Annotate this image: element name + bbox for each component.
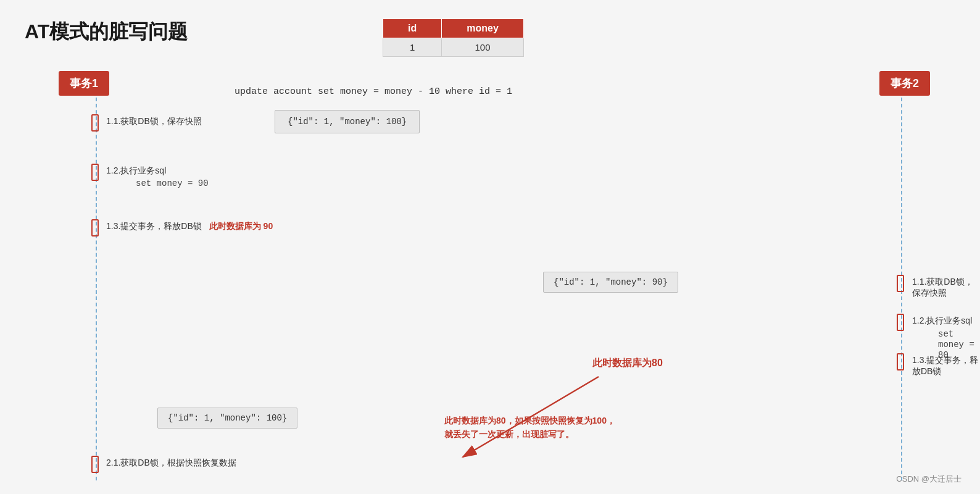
tx2-step3-marker xyxy=(897,353,904,371)
tx1-step1-label: 1.1.获取DB锁，保存快照 xyxy=(106,116,202,127)
database-table: id money 1 100 xyxy=(383,19,524,57)
tx2-snapshot1: {"id": 1, "money": 90} xyxy=(543,272,678,293)
tx1-snapshot1: {"id": 1, "money": 100} xyxy=(275,110,420,133)
cell-id: 1 xyxy=(383,38,442,57)
tx2-db-status: 此时数据库为80 xyxy=(592,357,663,370)
col-money: money xyxy=(442,19,524,38)
tx1-step3-marker xyxy=(91,219,99,237)
tx2-step1-marker xyxy=(897,275,904,292)
watermark: CSDN @大迁居士 xyxy=(896,474,961,485)
tx1-restore-label: 2.1.获取DB锁，根据快照恢复数据 xyxy=(106,458,236,469)
tx1-timeline xyxy=(96,98,97,480)
arrow-label: 此时数据库为80，如果按照快照恢复为100，就丢失了一次更新，出现脏写了。 xyxy=(444,414,615,442)
tx1-label: 事务1 xyxy=(59,71,109,96)
tx1-step1-marker xyxy=(91,114,99,132)
sql-command: update account set money = money - 10 wh… xyxy=(235,86,512,97)
col-id: id xyxy=(383,19,442,38)
tx1-step2-marker xyxy=(91,164,99,181)
tx1-step2-label: 1.2.执行业务sql xyxy=(106,165,166,177)
tx1-step3-label: 1.3.提交事务，释放DB锁 此时数据库为 90 xyxy=(106,221,273,232)
page: AT模式的脏写问题 id money 1 100 update account … xyxy=(0,0,980,494)
tx2-label: 事务2 xyxy=(879,71,930,96)
cell-money: 100 xyxy=(442,38,524,57)
tx1-restore-marker xyxy=(91,456,99,473)
tx2-step2-marker xyxy=(897,314,904,331)
tx2-step3-label: 1.3.提交事务，释放DB锁 xyxy=(912,355,980,377)
tx1-step2-code: set money = 90 xyxy=(136,178,209,188)
tx2-step1-label: 1.1.获取DB锁，保存快照 xyxy=(912,277,980,299)
tx1-restore-snapshot: {"id": 1, "money": 100} xyxy=(157,408,297,429)
tx2-step2-label: 1.2.执行业务sql xyxy=(912,316,972,327)
